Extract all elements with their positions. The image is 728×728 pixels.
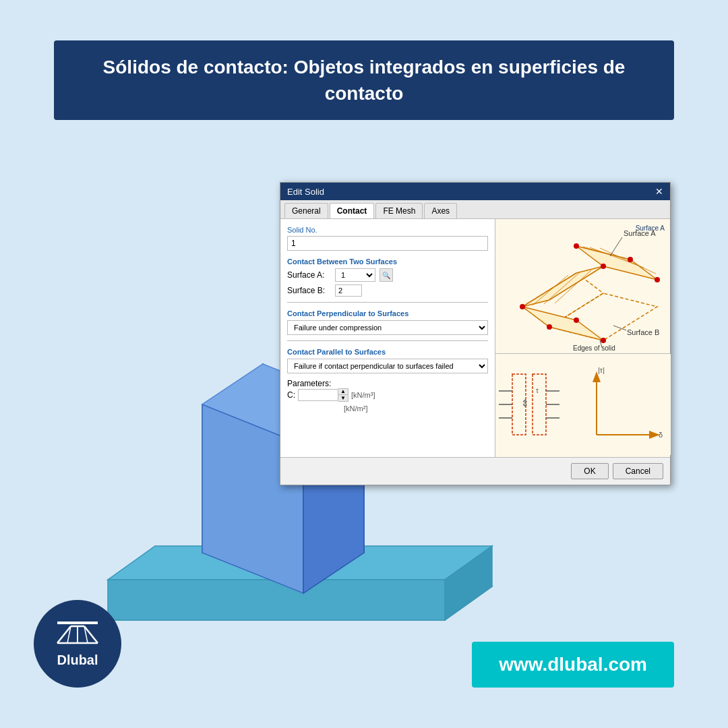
header-banner: Sólidos de contacto: Objetos integrados … — [54, 40, 674, 120]
logo-text: Dlubal — [57, 653, 98, 668]
dialog-body: Solid No. Contact Between Two Surfaces S… — [280, 219, 670, 457]
contact-perp-label: Contact Perpendicular to Surfaces — [287, 309, 488, 317]
unit1-label: [kN/m³] — [351, 391, 375, 399]
surface-b-label: Surface B: — [287, 286, 331, 295]
dialog-right-panel: Surface A Surface B Edges of solid Surfa… — [495, 219, 670, 457]
spin-buttons[interactable]: ▲ ▼ — [338, 388, 348, 402]
surface-b-row: Surface B: — [287, 284, 488, 297]
svg-point-22 — [628, 257, 633, 262]
website-banner: www.dlubal.com — [472, 642, 674, 688]
tab-femesh[interactable]: FE Mesh — [375, 203, 423, 218]
tab-general[interactable]: General — [284, 203, 328, 218]
surface-b-input[interactable] — [335, 284, 362, 297]
tab-axes[interactable]: Axes — [424, 203, 457, 218]
contact-perp-select[interactable]: Failure under compression — [287, 320, 488, 335]
svg-point-27 — [601, 338, 606, 343]
solid-no-label: Solid No. — [287, 226, 488, 234]
c-input-spin[interactable]: ▲ ▼ — [298, 388, 348, 402]
dialog-left-panel: Solid No. Contact Between Two Surfaces S… — [280, 219, 495, 457]
svg-point-25 — [520, 304, 525, 309]
svg-point-28 — [574, 317, 579, 323]
c-param-row: C: ▲ ▼ [kN/m³] — [287, 388, 488, 402]
svg-text:Surface B: Surface B — [627, 328, 659, 336]
svg-point-26 — [547, 324, 552, 330]
ok-button[interactable]: OK — [571, 463, 608, 479]
contact-parallel-label: Contact Parallel to Surfaces — [287, 348, 488, 356]
dialog-title: Edit Solid — [287, 187, 324, 197]
svg-text:Edges of solid: Edges of solid — [573, 344, 615, 352]
svg-text:⇕: ⇕ — [521, 398, 529, 408]
svg-text:τ: τ — [536, 387, 539, 394]
dlubal-logo: Dlubal — [34, 600, 121, 688]
surface-a-diagram-label: Surface A — [636, 224, 665, 232]
surface-a-pick-btn[interactable]: 🔍 — [380, 268, 393, 282]
diagram-bottom: τ ⇕ δ |τ| — [495, 354, 670, 457]
solid-no-input[interactable] — [287, 236, 488, 251]
logo-icon — [54, 619, 101, 649]
tab-contact[interactable]: Contact — [330, 203, 375, 218]
dialog-titlebar: Edit Solid ✕ — [280, 183, 670, 200]
c-label: C: — [287, 390, 295, 400]
surface-a-select[interactable]: 1 — [335, 268, 375, 282]
surface-a-row: Surface A: 1 🔍 — [287, 268, 488, 282]
svg-point-21 — [574, 243, 579, 249]
unit2-row: [kN/m²] — [287, 404, 488, 413]
edit-solid-dialog: Edit Solid ✕ General Contact FE Mesh Axe… — [280, 182, 671, 485]
dialog-footer: OK Cancel — [280, 457, 670, 485]
svg-marker-2 — [108, 580, 445, 620]
contact-parallel-select[interactable]: Failure if contact perpendicular to surf… — [287, 359, 488, 373]
contact-between-label: Contact Between Two Surfaces — [287, 257, 488, 266]
spin-up[interactable]: ▲ — [338, 389, 348, 395]
svg-text:|τ|: |τ| — [598, 366, 605, 374]
c-value-input[interactable] — [298, 389, 338, 401]
svg-point-24 — [601, 264, 606, 269]
svg-text:δ: δ — [659, 431, 663, 439]
dialog-tabs: General Contact FE Mesh Axes — [280, 200, 670, 219]
parameters-label: Parameters: — [287, 379, 488, 388]
close-icon[interactable]: ✕ — [655, 186, 663, 197]
surface-a-label: Surface A: — [287, 270, 331, 280]
parameters-section: Parameters: C: ▲ ▼ [kN/m³] [kN/m²] — [287, 379, 488, 413]
spin-down[interactable]: ▼ — [338, 395, 348, 401]
header-title: Sólidos de contacto: Objetos integrados … — [74, 54, 654, 107]
svg-point-23 — [655, 277, 660, 282]
unit2-label: [kN/m²] — [344, 404, 367, 413]
website-url: www.dlubal.com — [499, 654, 647, 675]
diagram-top: Surface A Surface B Edges of solid Surfa… — [495, 219, 670, 354]
cancel-button[interactable]: Cancel — [613, 463, 663, 479]
